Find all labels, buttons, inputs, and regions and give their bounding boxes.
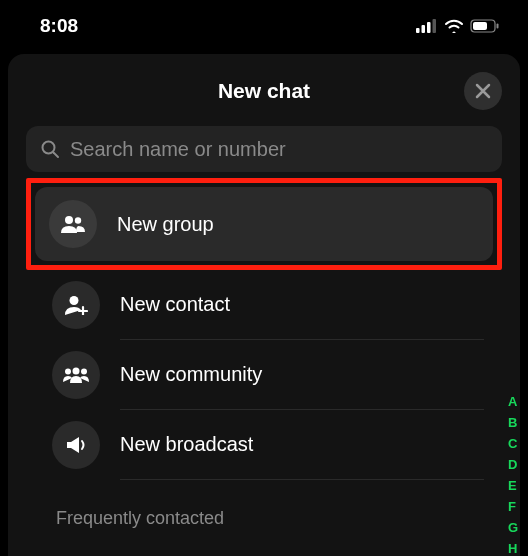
svg-point-11 bbox=[70, 296, 79, 305]
svg-line-8 bbox=[54, 153, 59, 158]
sheet-title: New chat bbox=[218, 79, 310, 103]
svg-rect-3 bbox=[433, 19, 437, 33]
close-icon bbox=[475, 83, 491, 99]
alpha-index-letter[interactable]: F bbox=[508, 499, 518, 514]
search-icon bbox=[40, 139, 60, 159]
new-chat-sheet: New chat New group bbox=[8, 54, 520, 556]
search-input[interactable] bbox=[70, 138, 488, 161]
svg-point-14 bbox=[65, 369, 71, 375]
svg-point-7 bbox=[43, 142, 55, 154]
svg-rect-2 bbox=[427, 22, 431, 33]
new-contact-icon-wrap bbox=[52, 281, 100, 329]
option-new-contact-label: New contact bbox=[120, 293, 484, 316]
alpha-index-letter[interactable]: D bbox=[508, 457, 518, 472]
option-new-broadcast-label: New broadcast bbox=[120, 433, 484, 456]
svg-rect-5 bbox=[473, 22, 487, 30]
close-button[interactable] bbox=[464, 72, 502, 110]
alpha-index-letter[interactable]: B bbox=[508, 415, 518, 430]
option-new-group[interactable]: New group bbox=[35, 187, 493, 261]
option-new-group-label: New group bbox=[117, 213, 479, 236]
option-new-broadcast[interactable]: New broadcast bbox=[38, 410, 498, 480]
svg-point-15 bbox=[73, 368, 80, 375]
wifi-icon bbox=[444, 19, 464, 33]
new-broadcast-icon-wrap bbox=[52, 421, 100, 469]
alpha-index[interactable]: ABCDEFGH bbox=[508, 394, 518, 556]
cellular-icon bbox=[416, 19, 438, 33]
alpha-index-letter[interactable]: E bbox=[508, 478, 518, 493]
svg-point-9 bbox=[65, 216, 73, 224]
alpha-index-letter[interactable]: A bbox=[508, 394, 518, 409]
svg-point-16 bbox=[81, 369, 87, 375]
status-time: 8:08 bbox=[40, 15, 78, 37]
status-icons bbox=[416, 19, 500, 33]
section-frequently-contacted: Frequently contacted bbox=[56, 508, 520, 529]
new-group-icon-wrap bbox=[49, 200, 97, 248]
option-new-community-label: New community bbox=[120, 363, 484, 386]
alpha-index-letter[interactable]: C bbox=[508, 436, 518, 451]
alpha-index-letter[interactable]: H bbox=[508, 541, 518, 556]
svg-rect-0 bbox=[416, 28, 420, 33]
battery-icon bbox=[470, 19, 500, 33]
option-new-community[interactable]: New community bbox=[38, 340, 498, 410]
group-icon bbox=[60, 215, 86, 233]
add-contact-icon bbox=[64, 295, 88, 315]
option-new-contact[interactable]: New contact bbox=[38, 270, 498, 340]
svg-rect-6 bbox=[497, 24, 499, 29]
new-community-icon-wrap bbox=[52, 351, 100, 399]
sheet-header: New chat bbox=[8, 66, 520, 116]
svg-point-10 bbox=[75, 217, 81, 223]
community-icon bbox=[62, 367, 90, 383]
status-bar: 8:08 bbox=[0, 0, 528, 48]
alpha-index-letter[interactable]: G bbox=[508, 520, 518, 535]
broadcast-icon bbox=[65, 436, 87, 454]
svg-rect-1 bbox=[422, 25, 426, 33]
search-bar[interactable] bbox=[26, 126, 502, 172]
highlight-annotation: New group bbox=[26, 178, 502, 270]
